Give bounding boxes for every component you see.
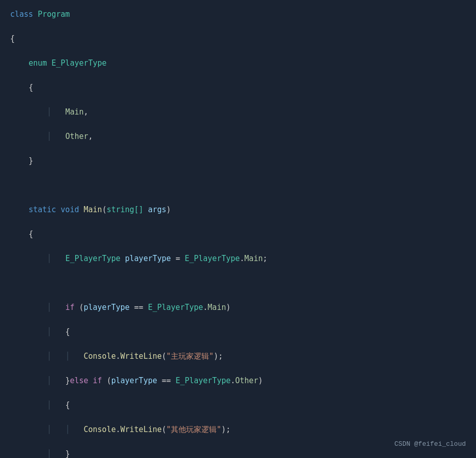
console-ref-1: Console: [84, 352, 116, 361]
line-3: enum E_PlayerType: [10, 57, 466, 69]
keyword-class: class: [10, 10, 33, 19]
line-6: │ Other,: [10, 130, 466, 142]
line-13: │ if (playerType == E_PlayerType.Main): [10, 301, 466, 313]
enum-member-other: Other: [65, 132, 88, 141]
code-block: class Program { enum E_PlayerType { │ Ma…: [10, 8, 466, 458]
line-1: class Program: [10, 8, 466, 20]
enum-member-main: Main: [65, 107, 83, 117]
line-2: {: [10, 33, 466, 45]
line-18: │ │ Console.WriteLine("其他玩家逻辑");: [10, 423, 466, 436]
guide-4: │: [47, 303, 51, 312]
keyword-void: void: [61, 205, 79, 214]
str-main-logic: 主玩家逻辑: [171, 352, 209, 361]
keyword-if: if: [65, 303, 74, 312]
type-ref-4: E_PlayerType: [175, 376, 230, 385]
writeline-1: WriteLine: [121, 352, 162, 361]
paren-close-1: ): [166, 205, 171, 214]
type-ref-3: E_PlayerType: [148, 303, 203, 312]
op-eq-2: ==: [162, 376, 171, 385]
brace-open-2: {: [28, 83, 33, 92]
brace-close-1: }: [28, 156, 33, 165]
comma-2: ,: [88, 132, 93, 141]
line-5: │ Main,: [10, 106, 466, 118]
writeline-2: WriteLine: [121, 425, 162, 434]
type-ref-1: E_PlayerType: [65, 254, 120, 263]
brace-open: {: [10, 34, 15, 43]
line-14: │ {: [10, 326, 466, 338]
line-11: │ E_PlayerType playerType = E_PlayerType…: [10, 252, 466, 265]
guide-8: │: [47, 376, 51, 385]
guide-2: │: [47, 132, 51, 141]
line-16: │ }else if (playerType == E_PlayerType.O…: [10, 375, 466, 387]
enum-main-ref-1: Main: [245, 254, 263, 263]
guide-6: │: [47, 352, 51, 361]
method-main: Main: [84, 205, 102, 214]
guide-3: │: [47, 254, 51, 263]
line-17: │ {: [10, 399, 466, 411]
param-args: args: [148, 205, 166, 214]
watermark: CSDN @feifei_cloud: [395, 439, 466, 450]
keyword-static: static: [28, 205, 56, 214]
guide-7: │: [65, 352, 70, 361]
line-8: [10, 179, 466, 191]
guide-5: │: [47, 327, 51, 336]
dot-5: .: [116, 425, 121, 434]
class-name: Program: [38, 10, 70, 19]
str-other-logic: 其他玩家逻辑: [171, 425, 217, 434]
paren-open-4: (: [107, 376, 111, 385]
type-ref-2: E_PlayerType: [185, 254, 240, 263]
line-12: [10, 277, 466, 289]
str-quote-4: ": [217, 425, 221, 434]
str-quote-1: ": [166, 352, 171, 361]
paren-open-3: (: [162, 352, 166, 361]
keyword-else-if: else if: [70, 376, 102, 385]
line-4: {: [10, 81, 466, 94]
comma-1: ,: [84, 107, 88, 117]
brace-close-3: }: [65, 449, 70, 458]
guide-10: │: [47, 425, 51, 434]
keyword-enum: enum: [28, 59, 47, 68]
op-assign: =: [175, 254, 180, 263]
dot-1: .: [240, 254, 245, 263]
paren-open-1: (: [102, 205, 107, 214]
var-playertype: playerType: [125, 254, 171, 263]
guide-1: │: [47, 107, 51, 117]
brace-open-5: {: [65, 400, 70, 410]
param-type: string[]: [107, 205, 143, 214]
paren-close-5: ): [221, 425, 226, 434]
line-15: │ │ Console.WriteLine("主玩家逻辑");: [10, 350, 466, 362]
dot-3: .: [116, 352, 121, 361]
enum-type-name: E_PlayerType: [51, 59, 106, 68]
brace-open-4: {: [65, 327, 70, 336]
var-pt-1: playerType: [84, 303, 130, 312]
paren-open-2: (: [79, 303, 83, 312]
guide-9: │: [47, 400, 51, 410]
var-pt-2: playerType: [111, 376, 157, 385]
dot-4: .: [231, 376, 235, 385]
paren-close-3: ): [214, 352, 218, 361]
guide-12: │: [47, 449, 51, 458]
paren-open-5: (: [162, 425, 166, 434]
brace-open-3: {: [28, 230, 33, 239]
semi-3: ;: [226, 425, 230, 434]
code-content: class Program { enum E_PlayerType { │ Ma…: [10, 8, 466, 458]
line-10: {: [10, 228, 466, 240]
str-quote-3: ": [166, 425, 171, 434]
semi-1: ;: [263, 254, 267, 263]
enum-other-ref-1: Other: [235, 376, 258, 385]
code-container: class Program { enum E_PlayerType { │ Ma…: [0, 0, 476, 458]
line-9: static void Main(string[] args): [10, 204, 466, 216]
dot-2: .: [203, 303, 207, 312]
console-ref-2: Console: [84, 425, 116, 434]
line-7: }: [10, 155, 466, 167]
guide-11: │: [65, 425, 70, 434]
op-eq-1: ==: [134, 303, 143, 312]
str-quote-2: ": [209, 352, 214, 361]
enum-main-ref-2: Main: [207, 303, 226, 312]
semi-2: ;: [218, 352, 223, 361]
paren-close-2: ): [226, 303, 230, 312]
paren-close-4: ): [258, 376, 263, 385]
